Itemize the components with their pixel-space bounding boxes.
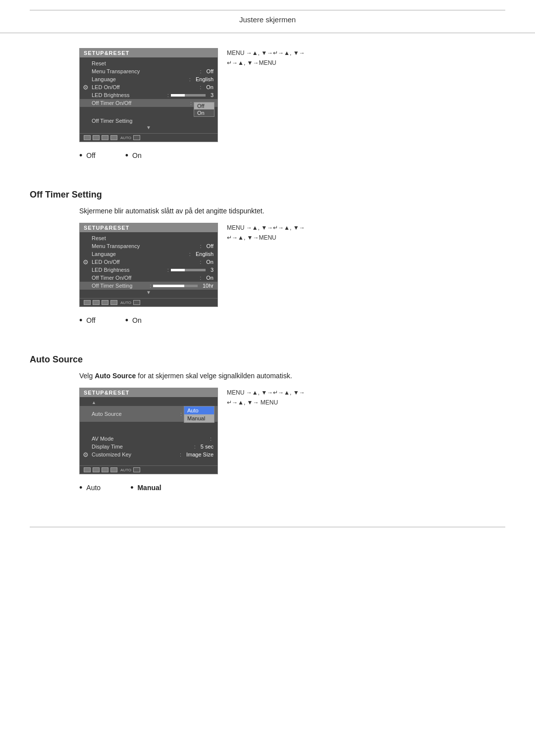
osd-icon-1 [84, 135, 91, 140]
osd3-row-avmode: AV Mode : [80, 435, 217, 443]
osd3-icon-5 [133, 467, 140, 472]
osd3-title: SETUP&RESET [80, 388, 217, 397]
osd3-icon-4 [110, 467, 117, 472]
osd2-nav-line2: ↵→▲, ▼→MENU [227, 233, 305, 243]
bullet-auto: • Auto [79, 483, 101, 492]
section-offtimer-bullets: • Off • On [79, 316, 505, 325]
osd3-nav-instructions: MENU →▲, ▼→↵→▲, ▼→ ↵→▲, ▼→ MENU [227, 388, 305, 408]
auto-source-heading: Auto Source [30, 354, 505, 365]
osd1-row-language: Language : English [80, 75, 217, 83]
osd3-illustration: SETUP&RESET ▲ Auto Source : Auto Manual [79, 388, 505, 474]
osd3-body: ▲ Auto Source : Auto Manual [80, 397, 217, 465]
osd1-row-reset: Reset [80, 59, 217, 67]
osd1-dd-on: On [194, 109, 214, 116]
osd2-row-language: Language : English [80, 250, 217, 258]
osd1-body: Reset Menu Transparency : Off Language :… [80, 57, 217, 133]
osd2-icon-3 [102, 300, 108, 305]
osd2-panel: SETUP&RESET Reset Menu Transparency : Of… [79, 223, 218, 307]
bullet-on-label-1: On [132, 151, 142, 159]
section1-bullets: • Off • On [79, 151, 505, 160]
osd2-row-reset: Reset [80, 234, 217, 242]
osd2-scroll-down: ▼ [80, 290, 217, 296]
osd2-row-offtimer-onoff: Off Timer On/Off : On [80, 274, 217, 282]
osd3-icon-2 [93, 467, 100, 472]
osd3-row-autosource: Auto Source : Auto Manual [80, 406, 217, 422]
osd2-row-menutransparency: Menu Transparency : Off [80, 242, 217, 250]
bullet-off-1: • Off [79, 151, 96, 160]
osd3-spacer [80, 458, 217, 463]
bullet-on-2: • On [125, 316, 142, 325]
bullet-on-label-2: On [132, 316, 142, 324]
bottom-rule [30, 527, 505, 527]
off-timer-desc: Skjermene blir automatisk slått av på de… [79, 207, 505, 215]
osd2-icon-1 [84, 300, 91, 305]
off-timer-heading: Off Timer Setting [30, 190, 505, 200]
section-autosource-bullets: • Auto • Manual [79, 483, 505, 492]
osd1-nav-line1: MENU →▲, ▼→↵→▲, ▼→ [227, 48, 305, 58]
osd3-dropdown: Auto Manual [184, 406, 214, 423]
osd1-nav-instructions: MENU →▲, ▼→↵→▲, ▼→ ↵→▲, ▼→MENU [227, 48, 305, 68]
osd1-bottom-bar: AUTO [80, 133, 217, 142]
osd3-row-arrow: ▲ [80, 399, 217, 406]
osd2-bottom-bar: AUTO [80, 298, 217, 306]
osd3-icon-1 [84, 467, 91, 472]
osd3-row-displaytime: Display Time : 5 sec [80, 443, 217, 451]
bullet-on-1: • On [125, 151, 142, 160]
osd3-dd-manual: Manual [184, 414, 214, 422]
osd3-nav-line2: ↵→▲, ▼→ MENU [227, 398, 305, 407]
osd3-bottom-bar: AUTO [80, 465, 217, 474]
off-timer-slider [153, 285, 198, 287]
osd3-row-customizedkey: ⚙ Customized Key : Image Size [80, 451, 217, 458]
osd3-dd-auto: Auto [184, 406, 214, 414]
off-timer-section: Off Timer Setting Skjermene blir automat… [0, 190, 535, 350]
osd2-nav-instructions: MENU →▲, ▼→↵→▲, ▼→ ↵→▲, ▼→MENU [227, 223, 305, 243]
auto-source-section: Auto Source Velg Auto Source for at skje… [0, 354, 535, 517]
osd3-nav-line1: MENU →▲, ▼→↵→▲, ▼→ [227, 388, 305, 398]
gear-icon-1: ⚙ [83, 84, 89, 91]
osd1-scroll-down: ▼ [80, 125, 217, 131]
osd1-row-offtimer-setting: Off Timer Setting [80, 117, 217, 125]
bullet-manual-label: Manual [137, 484, 161, 492]
osd2-row-led-onoff: ⚙ LED On/Off : On [80, 258, 217, 266]
osd-icon-5 [133, 135, 140, 140]
bullet-off-2: • Off [79, 316, 96, 325]
osd2-icon-4 [110, 300, 117, 305]
auto-source-desc: Velg Auto Source for at skjermen skal ve… [79, 372, 505, 380]
page-container: Justere skjermen SETUP&RESET Reset Menu … [0, 10, 535, 527]
gear-icon-2: ⚙ [83, 258, 89, 266]
osd1-row-led-onoff: ⚙ LED On/Off : On [80, 83, 217, 91]
bullet-auto-label: Auto [86, 484, 101, 492]
osd2-illustration: SETUP&RESET Reset Menu Transparency : Of… [79, 223, 505, 307]
osd-auto-label: AUTO [120, 136, 131, 140]
osd2-row-led-brightness: LED Brightness : 3 [80, 266, 217, 274]
led-brightness-slider [171, 94, 206, 97]
osd2-title: SETUP&RESET [80, 223, 217, 232]
osd1-row-led-brightness: LED Brightness : 3 [80, 91, 217, 99]
osd1-row-offtimer-onoff: Off Timer On/Off : Off On [80, 99, 217, 107]
bullet-manual: • Manual [130, 483, 161, 492]
osd-icon-4 [110, 135, 117, 140]
osd2-auto-label: AUTO [120, 301, 131, 305]
osd2-icon-2 [93, 300, 100, 305]
osd2-nav-line1: MENU →▲, ▼→↵→▲, ▼→ [227, 223, 305, 233]
section1-content: SETUP&RESET Reset Menu Transparency : Of… [0, 33, 535, 185]
osd1-dd-off: Off [194, 102, 214, 109]
osd2-icon-5 [133, 300, 140, 305]
osd1-row-menutransparency: Menu Transparency : Off [80, 67, 217, 75]
osd1-title: SETUP&RESET [80, 49, 217, 57]
osd-icon-2 [93, 135, 100, 140]
osd2-body: Reset Menu Transparency : Off Language :… [80, 232, 217, 298]
osd3-auto-label: AUTO [120, 468, 131, 472]
osd3-icon-3 [102, 467, 108, 472]
osd1-dropdown: Off On [194, 102, 214, 117]
osd1-illustration: SETUP&RESET Reset Menu Transparency : Of… [79, 48, 505, 142]
bullet-off-label-2: Off [86, 316, 95, 324]
osd1-panel: SETUP&RESET Reset Menu Transparency : Of… [79, 48, 218, 142]
osd1-nav-line2: ↵→▲, ▼→MENU [227, 58, 305, 68]
osd-icon-3 [102, 135, 108, 140]
gear-icon-3: ⚙ [83, 451, 89, 458]
osd2-row-offtimer-setting: Off Timer Setting : 10hr [80, 282, 217, 290]
led-brightness-slider-2 [171, 269, 206, 271]
bullet-off-label-1: Off [86, 151, 95, 159]
page-title: Justere skjermen [0, 10, 535, 33]
